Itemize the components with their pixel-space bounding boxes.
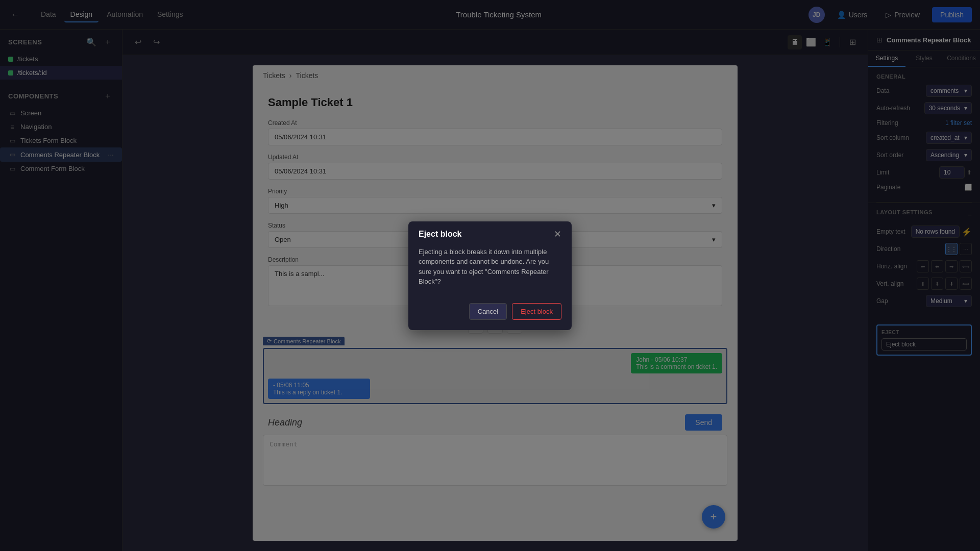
eject-modal: Eject block ✕ Ejecting a block breaks it…: [408, 221, 572, 330]
modal-body: Ejecting a block breaks it down into mul…: [408, 245, 572, 297]
modal-close-button[interactable]: ✕: [554, 230, 561, 239]
cancel-button[interactable]: Cancel: [469, 303, 507, 320]
modal-header: Eject block ✕: [408, 221, 572, 245]
modal-footer: Cancel Eject block: [408, 297, 572, 330]
modal-title: Eject block: [419, 230, 461, 239]
modal-overlay[interactable]: Eject block ✕ Ejecting a block breaks it…: [0, 0, 980, 551]
eject-confirm-button[interactable]: Eject block: [512, 303, 561, 320]
